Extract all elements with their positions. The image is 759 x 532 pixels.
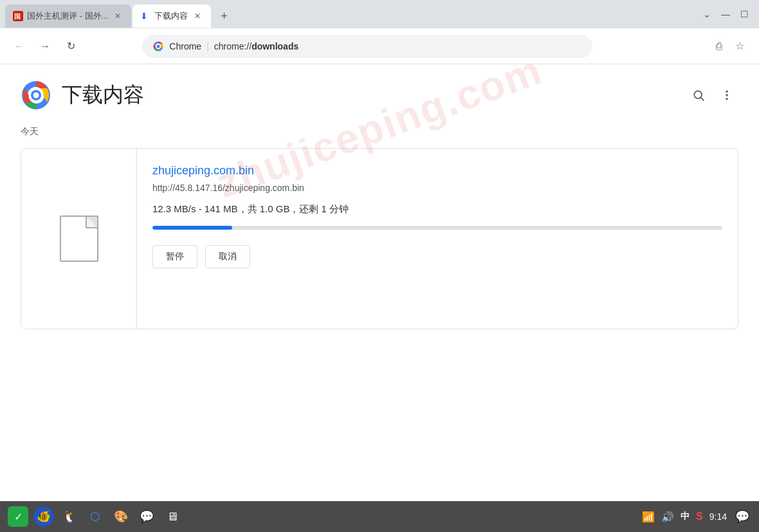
star-icon: ☆ xyxy=(735,40,744,52)
taskbar: ✓ 🐠 🐧 ⬡ 🎨 💬 🖥 📶 🔊 中 S 9:14 💬 xyxy=(0,501,759,532)
download-filename[interactable]: zhujiceping.com.bin xyxy=(152,164,722,178)
search-icon xyxy=(692,89,705,102)
address-bar: ← → ↻ Chrome | chrome://downloads ⎙ ☆ xyxy=(0,28,759,64)
volume-icon: 🔊 xyxy=(661,511,674,523)
more-icon xyxy=(720,89,733,102)
svg-point-12 xyxy=(726,91,727,93)
download-file-icon-area xyxy=(21,149,137,329)
system-time: 9:14 xyxy=(709,511,727,522)
tab-title-2: 下载内容 xyxy=(154,10,188,22)
page-header-left: 下载内容 xyxy=(21,80,144,111)
cancel-button[interactable]: 取消 xyxy=(205,245,250,268)
tab-active[interactable]: ⬇ 下载内容 ✕ xyxy=(133,5,211,28)
svg-point-9 xyxy=(33,93,39,98)
tab-favicon-2: ⬇ xyxy=(140,11,151,21)
system-tray: 📶 🔊 中 S 9:14 💬 xyxy=(642,508,751,526)
taskbar-icon-screen[interactable]: 🖥 xyxy=(162,506,183,527)
forward-icon: → xyxy=(40,41,50,52)
download-url: http://45.8.147.16/zhujiceping.com.bin xyxy=(152,183,722,193)
checkmark-icon: ✓ xyxy=(14,511,23,523)
browser-name-text: Chrome xyxy=(169,41,201,51)
back-icon: ← xyxy=(14,41,24,52)
download-status: 12.3 MB/s - 141 MB，共 1.0 GB，还剩 1 分钟 xyxy=(152,203,722,216)
chevron-down-icon[interactable]: ⌄ xyxy=(703,9,711,19)
bookmark-button[interactable]: ☆ xyxy=(731,37,749,55)
forward-button[interactable]: → xyxy=(36,37,54,55)
svg-text:国: 国 xyxy=(14,13,21,20)
file-icon xyxy=(60,216,98,262)
url-path-text: chrome://downloads xyxy=(214,41,298,51)
taskbar-icon-penguin[interactable]: 🐧 xyxy=(59,506,80,527)
svg-point-10 xyxy=(694,91,702,98)
url-bar[interactable]: Chrome | chrome://downloads xyxy=(142,35,592,58)
chrome-icon-url xyxy=(152,41,164,52)
taskbar-icon-checkmark[interactable]: ✓ xyxy=(8,506,28,527)
wifi-icon: 📶 xyxy=(642,511,655,523)
search-button[interactable] xyxy=(687,84,710,107)
chrome-logo xyxy=(21,80,51,111)
download-details: zhujiceping.com.bin http://45.8.147.16/z… xyxy=(137,149,738,329)
bluetooth-icon: ⬡ xyxy=(90,509,100,524)
share-icon: ⎙ xyxy=(716,41,722,52)
chat-app-icon: 💬 xyxy=(140,509,154,524)
notification-button[interactable]: 💬 xyxy=(733,508,751,526)
svg-point-13 xyxy=(726,94,727,96)
taskbar-icon-chat[interactable]: 💬 xyxy=(136,506,157,527)
tab-close-1[interactable]: ✕ xyxy=(112,10,123,22)
sogou-icon: S xyxy=(696,511,703,522)
svg-line-11 xyxy=(701,98,704,101)
reload-icon: ↻ xyxy=(67,40,75,52)
taskbar-icon-bluetooth[interactable]: ⬡ xyxy=(85,506,105,527)
new-tab-button[interactable]: + xyxy=(215,7,233,25)
maximize-icon[interactable]: ☐ xyxy=(740,9,749,19)
notification-icon: 💬 xyxy=(735,509,749,524)
url-divider: | xyxy=(206,41,209,51)
download-actions: 暂停 取消 xyxy=(152,245,722,268)
fish-icon: 🐠 xyxy=(37,509,51,524)
ime-indicator[interactable]: 中 xyxy=(681,511,690,522)
share-button[interactable]: ⎙ xyxy=(710,37,728,55)
screen-icon: 🖥 xyxy=(167,510,178,524)
header-icons xyxy=(687,84,738,107)
download-card: zhujiceping.com.bin http://45.8.147.16/z… xyxy=(21,148,738,329)
tab-favicon-1: 国 xyxy=(13,11,23,21)
progress-bar-fill xyxy=(152,226,232,230)
more-menu-button[interactable] xyxy=(715,84,738,107)
svg-point-4 xyxy=(157,44,160,48)
color-icon: 🎨 xyxy=(114,509,128,524)
page-content: zhujiceping.com 下载内容 xyxy=(0,64,759,501)
page-title: 下载内容 xyxy=(62,81,144,109)
reload-button[interactable]: ↻ xyxy=(62,37,80,55)
back-button[interactable]: ← xyxy=(10,37,28,55)
tab-title-1: 国外主机测评 - 国外... xyxy=(27,10,108,22)
minimize-icon[interactable]: — xyxy=(721,9,730,19)
svg-point-14 xyxy=(726,98,727,100)
pause-button[interactable]: 暂停 xyxy=(152,245,197,268)
progress-bar xyxy=(152,226,722,230)
taskbar-icon-color[interactable]: 🎨 xyxy=(111,506,131,527)
tab-bar: 国 国外主机测评 - 国外... ✕ ⬇ 下载内容 ✕ + ⌄ — ☐ xyxy=(0,0,759,28)
page-header: 下载内容 xyxy=(0,64,759,121)
address-actions: ⎙ ☆ xyxy=(710,37,749,55)
taskbar-icon-fish[interactable]: 🐠 xyxy=(33,506,54,527)
plus-icon: + xyxy=(221,10,228,23)
tab-close-2[interactable]: ✕ xyxy=(192,10,203,22)
tab-inactive[interactable]: 国 国外主机测评 - 国外... ✕ xyxy=(5,5,131,28)
penguin-icon: 🐧 xyxy=(62,509,77,524)
window-controls: ⌄ — ☐ xyxy=(703,9,754,23)
today-label: 今天 xyxy=(0,121,759,143)
